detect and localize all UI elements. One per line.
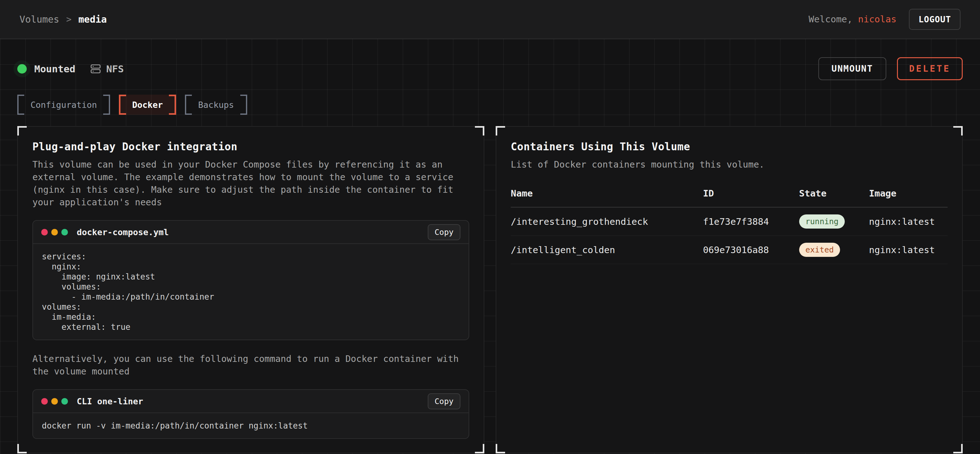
volume-status-row: Mounted NFS UNMOUNT DELETE <box>17 39 963 80</box>
docker-panel-description: This volume can be used in your Docker C… <box>32 159 469 209</box>
docker-integration-panel: Plug-and-play Docker integration This vo… <box>17 126 484 453</box>
container-id-cell: f1e73e7f3884 <box>703 207 799 236</box>
panel-corner-icon <box>953 444 963 453</box>
container-state-badge: running <box>799 214 845 229</box>
column-header-id: ID <box>703 188 799 207</box>
volume-actions: UNMOUNT DELETE <box>818 57 963 80</box>
delete-button[interactable]: DELETE <box>897 57 963 80</box>
window-dots-icon <box>41 229 68 235</box>
container-row[interactable]: /intelligent_colden 069e73016a88 exited … <box>511 236 948 264</box>
welcome-text: Welcome, nicolas <box>808 14 896 24</box>
main-content: Mounted NFS UNMOUNT DELETE Configuration… <box>0 39 980 454</box>
topbar: Volumes > media Welcome, nicolas LOGOUT <box>0 0 980 39</box>
containers-panel: Containers Using This Volume List of Doc… <box>496 126 963 453</box>
containers-table-body: /interesting_grothendieck f1e73e7f3884 r… <box>511 207 948 264</box>
unmount-button[interactable]: UNMOUNT <box>818 57 886 80</box>
window-dot-green-icon <box>61 229 68 235</box>
compose-code: services: nginx: image: nginx:latest vol… <box>33 244 469 340</box>
compose-copy-button[interactable]: Copy <box>428 224 460 240</box>
container-image-cell: nginx:latest <box>869 236 948 264</box>
panel-corner-icon <box>17 444 27 453</box>
panel-corner-icon <box>475 444 484 453</box>
tab-bar: Configuration Docker Backups <box>17 95 963 115</box>
topbar-right: Welcome, nicolas LOGOUT <box>808 9 961 30</box>
chevron-right-icon: > <box>66 14 72 24</box>
containers-panel-title: Containers Using This Volume <box>511 141 948 153</box>
cli-copy-button[interactable]: Copy <box>428 393 460 410</box>
container-name-cell: /interesting_grothendieck <box>511 207 703 236</box>
containers-panel-subtitle: List of Docker containers mounting this … <box>511 159 948 171</box>
breadcrumb: Volumes > media <box>19 14 107 25</box>
window-dot-red-icon <box>41 229 48 235</box>
container-state-cell: running <box>799 207 869 236</box>
mounted-status-label: Mounted <box>34 63 75 75</box>
cli-filename: CLI one-liner <box>77 397 143 406</box>
welcome-prefix: Welcome, <box>808 14 853 24</box>
panel-corner-icon <box>496 444 505 453</box>
container-row[interactable]: /interesting_grothendieck f1e73e7f3884 r… <box>511 207 948 236</box>
window-dot-yellow-icon <box>51 398 58 405</box>
containers-table: Name ID State Image /interesting_grothen… <box>511 188 948 264</box>
panel-corner-icon <box>953 126 963 135</box>
tab-docker[interactable]: Docker <box>119 95 176 115</box>
window-dot-yellow-icon <box>51 229 58 235</box>
cli-code: docker run -v im-media:/path/in/containe… <box>33 413 469 438</box>
tab-configuration[interactable]: Configuration <box>17 95 110 115</box>
compose-code-block: docker-compose.yml Copy services: nginx:… <box>32 220 469 340</box>
cli-code-block: CLI one-liner Copy docker run -v im-medi… <box>32 389 469 439</box>
panel-corner-icon <box>496 126 505 135</box>
window-dot-red-icon <box>41 398 48 405</box>
containers-table-header-row: Name ID State Image <box>511 188 948 207</box>
container-name-cell: /intelligent_colden <box>511 236 703 264</box>
volume-status: Mounted NFS <box>17 63 124 75</box>
column-header-state: State <box>799 188 869 207</box>
panels: Plug-and-play Docker integration This vo… <box>17 126 963 453</box>
column-header-image: Image <box>869 188 948 207</box>
container-state-badge: exited <box>799 243 840 257</box>
tab-backups[interactable]: Backups <box>185 95 247 115</box>
cli-code-header: CLI one-liner Copy <box>33 390 469 413</box>
column-header-name: Name <box>511 188 703 207</box>
breadcrumb-volumes-link[interactable]: Volumes <box>19 14 59 25</box>
compose-filename: docker-compose.yml <box>77 227 169 237</box>
panel-corner-icon <box>475 126 484 135</box>
compose-code-header: docker-compose.yml Copy <box>33 221 469 244</box>
window-dot-green-icon <box>61 398 68 405</box>
breadcrumb-current: media <box>78 14 107 25</box>
username: nicolas <box>858 14 896 24</box>
container-state-cell: exited <box>799 236 869 264</box>
mounted-status-dot-icon <box>17 64 27 73</box>
container-id-cell: 069e73016a88 <box>703 236 799 264</box>
logout-button[interactable]: LOGOUT <box>909 9 961 30</box>
server-icon <box>90 63 101 75</box>
window-dots-icon <box>41 398 68 405</box>
docker-panel-title: Plug-and-play Docker integration <box>32 141 469 153</box>
volume-type-label: NFS <box>106 63 124 75</box>
panel-corner-icon <box>17 126 27 135</box>
container-image-cell: nginx:latest <box>869 207 948 236</box>
cli-intro-text: Alternatively, you can use the following… <box>32 353 469 378</box>
